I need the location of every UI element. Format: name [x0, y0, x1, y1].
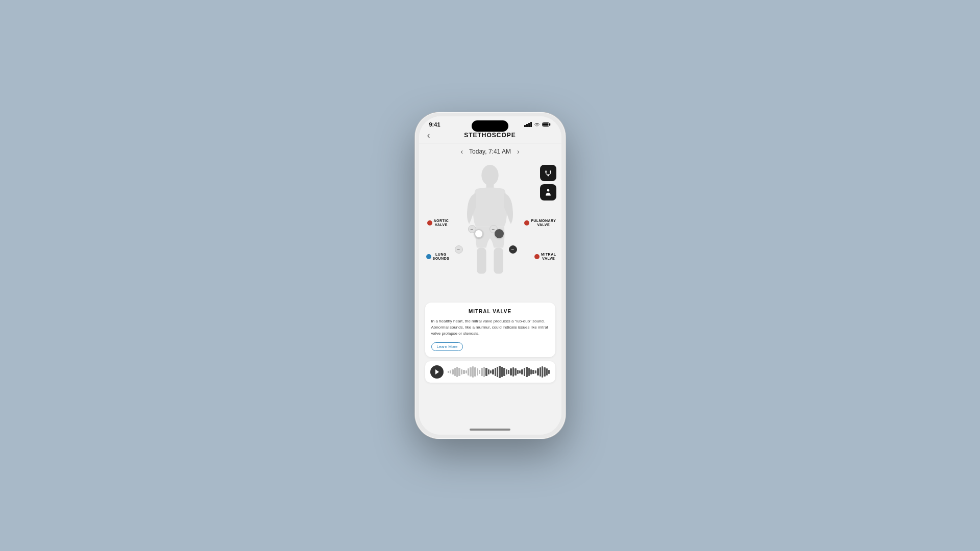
lung-minus-btn[interactable]: −: [455, 245, 463, 254]
phone-screen: 9:41: [419, 116, 561, 435]
learn-more-button[interactable]: Learn More: [431, 342, 463, 351]
pulmonary-valve-text: PULMONARY VALVE: [531, 219, 556, 228]
play-button[interactable]: [430, 365, 444, 379]
status-icons: [524, 122, 551, 127]
aortic-stetho-point[interactable]: [474, 229, 483, 238]
side-buttons: [540, 165, 556, 201]
mitral-stetho-point[interactable]: [495, 229, 504, 238]
lung-sounds-label: LUNG SOUNDS: [426, 253, 450, 261]
aortic-valve-text: AORTIC VALVE: [434, 219, 449, 228]
aortic-dot: [427, 220, 432, 226]
stethoscope-icon: [544, 169, 552, 177]
lung-sounds-text: LUNG SOUNDS: [433, 253, 450, 261]
svg-rect-1: [543, 123, 548, 126]
mitral-minus-btn[interactable]: −: [509, 245, 517, 254]
svg-rect-2: [545, 170, 546, 173]
nav-bar: ‹ STETHOSCOPE: [419, 130, 561, 143]
svg-point-4: [547, 174, 549, 176]
aortic-valve-label: AORTIC VALVE: [427, 219, 449, 228]
info-card-description: In a healthy heart, the mitral valve pro…: [431, 318, 549, 337]
mitral-valve-label: MITRAL VALVE: [534, 253, 556, 261]
back-button[interactable]: ‹: [427, 130, 430, 141]
info-card-title: MITRAL VALVE: [431, 309, 549, 314]
prev-date-button[interactable]: ‹: [460, 147, 463, 156]
battery-icon: [542, 122, 551, 127]
svg-rect-3: [550, 170, 551, 173]
body-view-button[interactable]: [540, 165, 556, 181]
person-icon: [544, 188, 552, 196]
signal-icon: [524, 122, 532, 127]
status-time: 9:41: [429, 121, 440, 128]
svg-rect-9: [494, 248, 503, 274]
dynamic-island: [472, 120, 508, 132]
svg-marker-10: [435, 369, 439, 374]
person-view-button[interactable]: [540, 184, 556, 201]
next-date-button[interactable]: ›: [517, 147, 520, 156]
date-navigation: ‹ Today, 7:41 AM ›: [419, 143, 561, 160]
svg-rect-8: [477, 248, 486, 274]
page-title: STETHOSCOPE: [464, 132, 516, 139]
play-icon: [434, 369, 439, 375]
lung-dot: [426, 254, 431, 259]
body-content: − − − − AORTIC VALVE: [419, 160, 561, 424]
date-label: Today, 7:41 AM: [469, 148, 511, 155]
svg-point-6: [481, 165, 498, 186]
audio-player: [425, 361, 555, 383]
audio-waveform: [448, 366, 550, 378]
mitral-dot: [534, 254, 540, 259]
home-indicator-bar: [470, 429, 510, 431]
home-indicator: [419, 424, 561, 435]
svg-point-5: [547, 189, 549, 192]
phone-device: 9:41: [415, 112, 566, 439]
mitral-valve-text: MITRAL VALVE: [541, 253, 556, 261]
wifi-icon: [534, 122, 540, 127]
info-card: MITRAL VALVE In a healthy heart, the mit…: [425, 303, 555, 357]
